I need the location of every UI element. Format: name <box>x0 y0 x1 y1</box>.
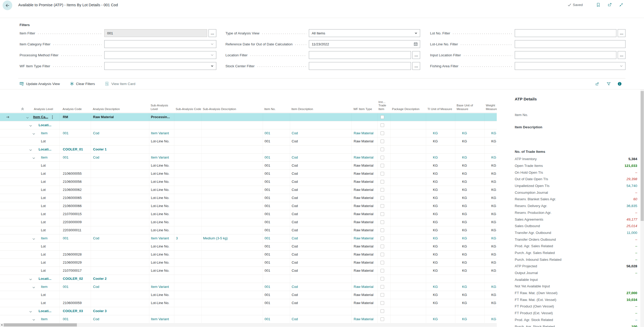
grid-row[interactable]: Lot2106000055Lot-Line No.001CodRaw Mater… <box>0 170 497 178</box>
trade-item-checkbox[interactable] <box>381 131 384 135</box>
item-no[interactable]: 001 <box>265 155 270 159</box>
cell-context-menu-icon[interactable] <box>52 115 53 119</box>
grid-row[interactable]: Lot2106000056Lot-Line No.001CodRaw Mater… <box>0 178 497 186</box>
assist-edit-button[interactable]: … <box>618 29 625 37</box>
atp-detail-value[interactable]: 54,740 <box>627 184 637 188</box>
analysis-code[interactable]: 001 <box>63 285 69 289</box>
analysis-code[interactable]: 001 <box>63 236 69 240</box>
collapse-window-icon[interactable] <box>619 3 623 7</box>
ti-uom[interactable]: KG <box>433 236 438 240</box>
analysis-desc[interactable]: Cod <box>93 155 99 159</box>
weight-uom[interactable]: KG <box>491 155 496 159</box>
analysis-desc[interactable]: Cod <box>93 285 99 289</box>
chevron-down-icon[interactable] <box>210 42 214 46</box>
item-no[interactable]: 001 <box>265 285 270 289</box>
atp-detail-value[interactable]: 29,398 <box>627 177 637 181</box>
column-header-base-unit-of-measure[interactable]: Base Unit of Measure <box>455 104 484 113</box>
trade-item-checkbox[interactable] <box>381 220 384 224</box>
analysis-desc[interactable]: Cod <box>93 236 99 240</box>
trade-item-checkbox[interactable] <box>381 261 384 264</box>
trade-item-checkbox[interactable] <box>381 228 384 232</box>
analysis-code[interactable]: 001 <box>63 317 69 321</box>
grid-row[interactable]: Lot2106000029Lot-Line No.001CodRaw Mater… <box>0 259 497 267</box>
trade-item-checkbox[interactable] <box>381 140 384 143</box>
grid-row[interactable]: Lot2106000066Lot-Line No.001CodRaw Mater… <box>0 202 497 210</box>
trade-item-checkbox[interactable] <box>381 301 384 305</box>
update-analysis-view-button[interactable]: Update Analysis View <box>20 82 60 86</box>
trade-item-checkbox[interactable] <box>381 115 384 119</box>
column-header-sub-analysis-level[interactable]: Sub-Analysis Level <box>149 104 174 113</box>
wf-item-type[interactable]: Raw Material <box>354 317 373 321</box>
analysis-level-label[interactable]: Item <box>41 285 47 289</box>
grid-row[interactable]: Locati...COOLER_01Cooler 1 <box>0 146 497 154</box>
column-header-package-description[interactable]: Package Description <box>390 107 426 113</box>
trade-item-checkbox[interactable] <box>381 212 384 216</box>
trade-item-checkbox[interactable] <box>381 164 384 167</box>
item-category-filter-input[interactable] <box>104 40 216 48</box>
analysis-desc[interactable]: Cod <box>93 131 99 135</box>
grid-row[interactable]: Lot2203000011Lot-Line No.001CodRaw Mater… <box>0 226 497 234</box>
fishing-area-filter-input[interactable] <box>515 62 625 70</box>
analysis-level-label[interactable]: Item Ca... <box>33 115 48 119</box>
atp-detail-value[interactable]: 11,000 <box>627 231 637 235</box>
wf-item-type[interactable]: Raw Material <box>354 131 373 135</box>
atp-detail-value[interactable]: 60 <box>633 197 637 201</box>
wf-item-type[interactable]: Raw Material <box>354 236 373 240</box>
column-header-item-description[interactable]: Item Description <box>290 107 351 113</box>
analysis-code[interactable]: 001 <box>63 155 69 159</box>
analysis-level-label[interactable]: Locati... <box>39 147 51 151</box>
column-header-analysis-description[interactable]: Analysis Description <box>91 107 149 113</box>
bookmark-icon[interactable] <box>596 3 600 7</box>
analysis-level-label[interactable]: Item <box>41 131 47 135</box>
grid-row[interactable]: Lot2106000062Lot-Line No.001CodRaw Mater… <box>0 186 497 194</box>
wf-item-type-filter-input[interactable] <box>104 62 216 70</box>
item-desc[interactable]: Cod <box>292 236 298 240</box>
grid-row[interactable]: LotLot-Line No.001CodRaw MaterialKGKGKG <box>0 243 497 251</box>
grid-row[interactable]: Locati...COOLER_03Cooler 3 <box>0 307 497 315</box>
trade-item-checkbox[interactable] <box>381 180 384 184</box>
column-header-analysis-code[interactable]: Analysis Code <box>59 107 91 113</box>
grid-row[interactable]: Lot2203000009Lot-Line No.001CodRaw Mater… <box>0 218 497 226</box>
type-of-analysis-view-input[interactable]: All Items <box>309 29 420 37</box>
trade-item-checkbox[interactable] <box>381 277 384 281</box>
clear-filters-button[interactable]: Clear Filters <box>70 82 95 86</box>
atp-detail-value[interactable]: 56,028 <box>627 264 637 268</box>
trade-item-checkbox[interactable] <box>381 253 384 256</box>
atp-detail-value[interactable]: 27,000 <box>627 291 637 295</box>
trade-item-checkbox[interactable] <box>381 245 384 248</box>
grid-row[interactable]: Locati...COOLER_02Cooler 2 <box>0 275 497 283</box>
sub-level[interactable]: Item Variant <box>151 236 169 240</box>
analysis-desc[interactable]: Cooler 2 <box>93 277 107 281</box>
weight-uom[interactable]: KG <box>491 131 496 135</box>
atp-detail-value[interactable]: 121,033 <box>624 164 637 168</box>
sub-level[interactable]: Item Variant <box>151 317 169 321</box>
base-uom[interactable]: KG <box>462 236 467 240</box>
grid-row[interactable]: Lot2106000028Lot-Line No.001CodRaw Mater… <box>0 251 497 259</box>
trade-item-checkbox[interactable] <box>381 204 384 208</box>
grid-row[interactable]: LotLot-Line No.001CodRaw MaterialKGKGKG <box>0 137 497 146</box>
analysis-level-label[interactable]: Item <box>41 236 47 240</box>
expand-chevron-icon[interactable] <box>29 308 32 315</box>
grid-row[interactable]: Locati... <box>0 121 497 129</box>
expand-chevron-icon[interactable] <box>32 130 35 137</box>
column-header-irre-trade-item[interactable]: Irre... Trade Item <box>377 100 390 113</box>
trade-item-checkbox[interactable] <box>381 237 384 240</box>
trade-item-checkbox[interactable] <box>381 156 384 159</box>
analysis-level-label[interactable]: Locati... <box>39 309 51 313</box>
input-location-filter-input[interactable] <box>515 51 616 59</box>
open-in-new-window-icon[interactable] <box>608 3 612 7</box>
item-desc[interactable]: Cod <box>292 285 298 289</box>
chevron-down-icon[interactable] <box>210 53 214 57</box>
expand-chevron-icon[interactable] <box>32 155 35 161</box>
trade-item-checkbox[interactable] <box>381 269 384 272</box>
grid-row[interactable]: Item001CodItem Variant001CodRaw Material… <box>0 129 497 137</box>
trade-item-checkbox[interactable] <box>381 172 384 175</box>
sub-code[interactable]: 3 <box>176 236 178 240</box>
grid-horizontal-scrollbar[interactable] <box>0 323 497 327</box>
collapse-all-icon[interactable] <box>21 107 24 111</box>
assist-edit-button[interactable]: … <box>208 29 216 37</box>
analysis-code[interactable]: COOLER_03 <box>63 309 83 313</box>
page-scroll-thumb[interactable] <box>641 91 644 221</box>
expand-chevron-icon[interactable] <box>29 122 32 129</box>
analysis-desc[interactable]: Cooler 3 <box>93 309 107 313</box>
